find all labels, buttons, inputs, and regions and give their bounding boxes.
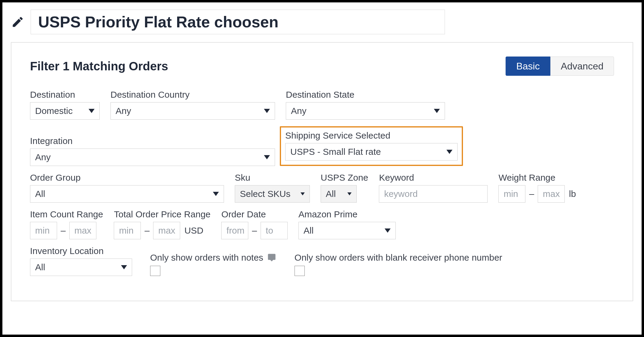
shipping-service-value: USPS - Small Flat rate [290,147,381,157]
keyword-placeholder: keyword [384,189,418,199]
destination-country-value: Any [116,106,131,116]
item-count-min-placeholder: min [35,225,50,236]
destination-select[interactable]: Domestic [30,102,100,120]
chevron-down-icon [434,109,440,113]
range-dash: – [528,189,535,199]
amazon-prime-select[interactable]: All [298,222,396,239]
weight-max-input[interactable]: max [538,185,565,203]
usps-zone-button[interactable]: All [321,185,357,203]
chevron-down-icon [213,192,219,196]
item-count-min-input[interactable]: min [30,222,57,239]
only-notes-checkbox[interactable] [150,266,160,276]
weight-range-inputs: min – max lb [498,185,576,203]
inventory-location-field: Inventory Location All [30,246,132,276]
chevron-down-icon [264,109,270,113]
shipping-service-select[interactable]: USPS - Small Flat rate [285,143,458,161]
weight-range-field: Weight Range min – max lb [498,173,576,203]
usps-zone-value: All [326,189,336,199]
order-group-value: All [35,189,45,199]
order-date-to-input[interactable]: to [261,222,288,239]
row-3: Order Group All Sku Select SKUs USPS Zon… [30,173,614,203]
basic-toggle[interactable]: Basic [506,57,550,76]
row-4: Item Count Range min – max Total Order P… [30,209,614,239]
destination-country-label: Destination Country [110,90,275,100]
destination-country-select[interactable]: Any [110,102,275,120]
total-price-max-input[interactable]: max [153,222,180,239]
sku-field: Sku Select SKUs [235,173,310,203]
chevron-down-icon [89,109,95,113]
order-date-inputs: from – to [221,222,288,239]
item-count-range-label: Item Count Range [30,209,103,219]
usps-zone-field: USPS Zone All [321,173,368,203]
amazon-prime-value: All [304,225,313,236]
destination-value: Domestic [35,106,73,116]
integration-label: Integration [30,136,275,146]
row-5: Inventory Location All Only show orders … [30,246,614,276]
only-notes-group: Only show orders with notes [150,253,277,276]
inventory-location-label: Inventory Location [30,246,132,256]
amazon-prime-label: Amazon Prime [298,209,396,219]
inventory-location-value: All [35,262,45,272]
inventory-location-select[interactable]: All [30,259,132,276]
total-price-max-placeholder: max [158,225,175,236]
chevron-down-icon [446,150,452,154]
chevron-down-icon [347,192,352,195]
weight-min-input[interactable]: min [498,185,525,203]
pencil-icon[interactable] [11,15,25,29]
filter-panel: Filter 1 Matching Orders Basic Advanced … [11,42,633,301]
rule-title-input[interactable]: USPS Priority Flat Rate choosen [31,10,445,34]
only-blank-phone-checkbox[interactable] [295,266,305,276]
keyword-input[interactable]: keyword [379,185,488,203]
chevron-down-icon [264,155,270,159]
item-count-max-input[interactable]: max [69,222,96,239]
select-skus-text: Select SKUs [240,189,290,199]
destination-country-field: Destination Country Any [110,90,275,120]
destination-field: Destination Domestic [30,90,100,120]
shipping-service-field: Shipping Service Selected USPS - Small F… [285,130,458,161]
select-skus-button[interactable]: Select SKUs [235,185,310,203]
title-row: USPS Priority Flat Rate choosen [11,10,633,34]
total-price-unit: USD [183,225,203,236]
integration-select[interactable]: Any [30,149,275,166]
only-notes-label: Only show orders with notes [150,253,263,263]
usps-zone-label: USPS Zone [321,173,368,183]
window: USPS Priority Flat Rate choosen Filter 1… [0,0,644,337]
shipping-service-label: Shipping Service Selected [285,130,458,141]
only-blank-phone-group: Only show orders with blank receiver pho… [295,253,502,276]
chevron-down-icon [385,228,391,233]
order-date-to-placeholder: to [266,225,273,236]
order-group-select[interactable]: All [30,185,224,203]
sku-label: Sku [235,173,310,183]
weight-max-placeholder: max [543,189,560,199]
total-price-range-field: Total Order Price Range min – max USD [114,209,210,239]
destination-state-field: Destination State Any [286,90,445,120]
total-price-range-inputs: min – max USD [114,222,210,239]
keyword-label: Keyword [379,173,488,183]
panel-title: Filter 1 Matching Orders [30,60,168,73]
item-count-max-placeholder: max [74,225,92,236]
destination-label: Destination [30,90,100,100]
destination-state-select[interactable]: Any [286,102,445,120]
advanced-toggle[interactable]: Advanced [550,57,614,76]
order-date-field: Order Date from – to [221,209,288,239]
destination-state-label: Destination State [286,90,445,100]
weight-unit: lb [567,189,576,199]
weight-min-placeholder: min [503,189,518,199]
weight-range-label: Weight Range [498,173,576,183]
order-group-label: Order Group [30,173,224,183]
range-dash: – [251,225,258,236]
order-date-from-placeholder: from [226,225,244,236]
chevron-down-icon [301,192,305,195]
range-dash: – [143,225,151,236]
total-price-min-input[interactable]: min [114,222,141,239]
item-count-range-field: Item Count Range min – max [30,209,103,239]
order-date-from-input[interactable]: from [221,222,248,239]
chat-icon [267,253,277,262]
only-blank-phone-label: Only show orders with blank receiver pho… [295,253,502,263]
chevron-down-icon [121,265,127,269]
total-price-range-label: Total Order Price Range [114,209,210,219]
keyword-field: Keyword keyword [379,173,488,203]
row-1: Destination Domestic Destination Country… [30,90,614,120]
view-toggle-group: Basic Advanced [506,57,614,76]
amazon-prime-field: Amazon Prime All [298,209,396,239]
